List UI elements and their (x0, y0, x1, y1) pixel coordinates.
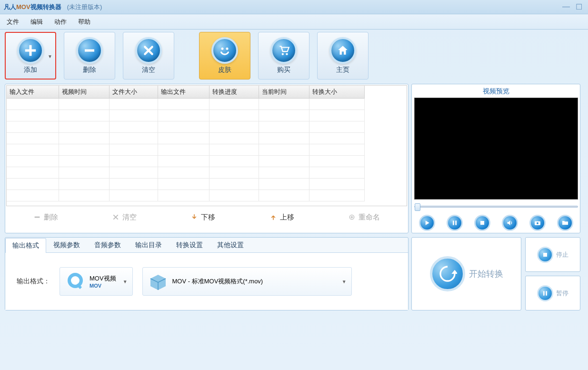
video-preview[interactable] (414, 98, 578, 200)
svg-rect-7 (453, 220, 454, 225)
list-move-down-button[interactable]: 下移 (190, 213, 215, 222)
chevron-down-icon: ▼ (123, 279, 128, 284)
svg-rect-15 (543, 291, 545, 295)
pause-button[interactable] (447, 215, 463, 231)
svg-point-3 (282, 53, 284, 55)
dropdown-icon[interactable]: ▼ (48, 54, 52, 59)
x-icon (135, 37, 162, 64)
start-convert-button[interactable]: 开始转换 (411, 237, 521, 310)
format-category-sub: MOV (90, 283, 116, 289)
app-title-post: 视频转换器 (30, 3, 61, 11)
minimize-button[interactable]: — (560, 2, 572, 11)
snapshot-button[interactable] (529, 215, 546, 231)
grid-body[interactable] (7, 99, 407, 206)
svg-rect-5 (34, 217, 40, 218)
buy-button[interactable]: 购买 (258, 32, 309, 80)
svg-point-1 (221, 48, 224, 50)
format-preset: MOV - 标准MOV视频格式(*.mov) (172, 277, 263, 286)
menu-help[interactable]: 帮助 (78, 18, 90, 26)
col-output-file[interactable]: 输出文件 (158, 86, 209, 99)
home-icon (329, 37, 356, 64)
plus-icon (17, 37, 44, 64)
settings-tabs: 输出格式 视频参数 音频参数 输出目录 转换设置 其他设置 输出格式： MOV视… (5, 237, 409, 310)
play-button[interactable] (419, 215, 435, 231)
seek-thumb[interactable] (415, 203, 420, 211)
skin-label: 皮肤 (218, 66, 231, 74)
file-list-panel: 输入文件 视频时间 文件大小 输出文件 转换进度 当前时间 转换大小 (5, 84, 409, 233)
col-convert-size[interactable]: 转换大小 (309, 86, 365, 99)
preview-panel: 视频预览 (411, 84, 580, 233)
format-category-dropdown[interactable]: MOV视频 MOV ▼ (60, 267, 133, 296)
seek-bar[interactable] (414, 202, 578, 211)
folder-button[interactable] (557, 215, 573, 231)
tab-other-settings[interactable]: 其他设置 (210, 238, 251, 252)
stop-convert-button[interactable]: 停止 (525, 237, 580, 272)
box-icon (148, 271, 169, 292)
tab-convert-settings[interactable]: 转换设置 (169, 238, 210, 252)
add-button[interactable]: ▼ 添加 (5, 32, 56, 80)
list-clear-button[interactable]: 清空 (112, 213, 137, 222)
col-current-time[interactable]: 当前时间 (259, 86, 309, 99)
smile-icon (211, 37, 238, 64)
convert-action-panel: 开始转换 停止 暂停 (411, 237, 580, 310)
svg-rect-0 (85, 50, 94, 52)
menu-action[interactable]: 动作 (54, 18, 67, 26)
preview-title: 视频预览 (483, 87, 509, 96)
svg-rect-16 (546, 291, 547, 295)
tab-video-params[interactable]: 视频参数 (46, 238, 87, 252)
pause-convert-button[interactable]: 暂停 (525, 276, 580, 310)
col-input-file[interactable]: 输入文件 (7, 86, 59, 99)
grid-header: 输入文件 视频时间 文件大小 输出文件 转换进度 当前时间 转换大小 (7, 86, 407, 99)
clear-label: 清空 (142, 66, 155, 74)
col-file-size[interactable]: 文件大小 (110, 86, 158, 99)
titlebar: 凡人 MOV 视频转换器 (未注册版本) — ☐ (0, 0, 588, 14)
delete-button[interactable]: 删除 (64, 32, 115, 80)
col-progress[interactable]: 转换进度 (209, 86, 259, 99)
skin-button[interactable]: 皮肤 (199, 32, 250, 80)
svg-point-4 (286, 53, 288, 55)
clear-button[interactable]: 清空 (123, 32, 174, 80)
menubar: 文件 编辑 动作 帮助 (0, 14, 588, 30)
home-button[interactable]: 主页 (317, 32, 369, 80)
start-label: 开始转换 (469, 268, 503, 280)
tab-header: 输出格式 视频参数 音频参数 输出目录 转换设置 其他设置 (5, 238, 408, 253)
window-controls: — ☐ (560, 2, 584, 11)
tab-output-dir[interactable]: 输出目录 (128, 238, 169, 252)
volume-button[interactable] (502, 215, 518, 231)
app-title-mid: MOV (16, 3, 30, 10)
quicktime-icon (65, 271, 86, 292)
svg-rect-9 (480, 221, 484, 225)
list-rename-button[interactable]: 重命名 (348, 213, 380, 222)
svg-point-11 (537, 222, 538, 224)
menu-file[interactable]: 文件 (7, 18, 19, 26)
home-label: 主页 (336, 66, 349, 74)
list-delete-button[interactable]: 删除 (33, 213, 58, 222)
menu-edit[interactable]: 编辑 (30, 18, 43, 26)
list-move-up-button[interactable]: 上移 (269, 213, 294, 222)
tab-audio-params[interactable]: 音频参数 (87, 238, 128, 252)
chevron-down-icon: ▼ (342, 279, 347, 284)
delete-label: 删除 (83, 66, 96, 74)
app-registration: (未注册版本) (67, 3, 102, 11)
playback-controls (419, 215, 573, 231)
cart-icon (270, 37, 297, 64)
app-title-pre: 凡人 (4, 3, 16, 11)
stop-icon (537, 247, 553, 263)
main-toolbar: ▼ 添加 删除 清空 皮肤 购买 主页 (0, 30, 588, 82)
list-actions: 删除 清空 下移 上移 重命名 (6, 206, 407, 228)
maximize-button[interactable]: ☐ (574, 2, 584, 11)
svg-point-13 (71, 276, 80, 285)
tab-body-output: 输出格式： MOV视频 MOV ▼ MOV - 标准MOV视频格式(*.mov)… (5, 253, 408, 310)
add-label: 添加 (24, 66, 37, 74)
stop-button[interactable] (474, 215, 490, 231)
tab-output-format[interactable]: 输出格式 (5, 238, 46, 253)
output-format-label: 输出格式： (17, 277, 50, 286)
buy-label: 购买 (277, 66, 290, 74)
svg-rect-8 (455, 220, 457, 225)
format-category: MOV视频 (90, 274, 116, 283)
file-grid[interactable]: 输入文件 视频时间 文件大小 输出文件 转换进度 当前时间 转换大小 (6, 85, 407, 206)
pause-icon (537, 285, 553, 301)
col-video-time[interactable]: 视频时间 (59, 86, 110, 99)
format-preset-dropdown[interactable]: MOV - 标准MOV视频格式(*.mov) ▼ (142, 267, 352, 296)
start-icon (430, 256, 465, 291)
